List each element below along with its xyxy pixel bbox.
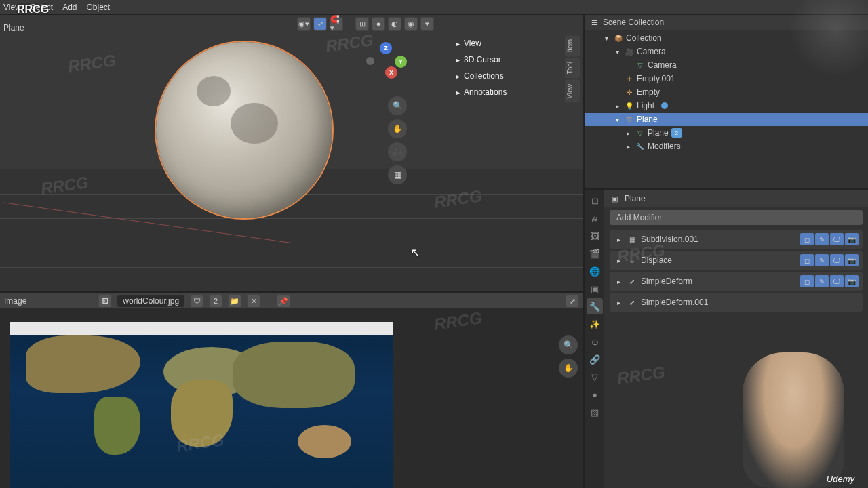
image-canvas[interactable]: 🔍 ✋ bbox=[0, 308, 583, 488]
modifier-row[interactable]: ▸▦Subdivision.001◻✎🖵📷 bbox=[610, 230, 863, 249]
tree-row[interactable]: ✛Empty bbox=[585, 85, 868, 99]
npanel-annotations[interactable]: Annotations bbox=[451, 84, 559, 100]
expand-icon[interactable] bbox=[612, 87, 622, 97]
moon-object[interactable] bbox=[156, 42, 332, 218]
shading-wire-icon[interactable]: ⊞ bbox=[355, 17, 369, 30]
mod-render-icon[interactable]: 📷 bbox=[845, 254, 859, 266]
nav-gizmo[interactable]: Z Y X bbox=[366, 42, 407, 83]
npanel-3dcursor[interactable]: 3D Cursor bbox=[451, 52, 559, 68]
expand-icon[interactable]: ▸ bbox=[614, 256, 623, 265]
new-image-icon[interactable]: 2 bbox=[209, 294, 222, 308]
tree-row[interactable]: ▾▽Plane bbox=[585, 113, 868, 126]
ptab-render-icon[interactable]: ⊡ bbox=[587, 192, 603, 209]
shading-matprev-icon[interactable]: ◐ bbox=[388, 17, 401, 30]
expand-icon[interactable]: ▾ bbox=[612, 47, 622, 56]
overlay-dropdown-icon[interactable]: ◉▾ bbox=[297, 17, 311, 30]
tree-row[interactable]: ▸🔧Modifiers bbox=[585, 140, 868, 153]
tree-row[interactable]: ▾📦Collection bbox=[585, 31, 868, 45]
ptab-object-icon[interactable]: ▣ bbox=[587, 281, 603, 297]
mod-edit-icon[interactable]: ✎ bbox=[815, 275, 829, 287]
object-icon: ▣ bbox=[610, 194, 619, 203]
modifier-row[interactable]: ▸⟐Displace◻✎🖵📷 bbox=[610, 251, 863, 270]
mod-cage-icon[interactable]: ◻ bbox=[800, 254, 814, 266]
tab-tool[interactable]: Tool bbox=[565, 58, 580, 78]
tab-view[interactable]: View bbox=[565, 80, 580, 103]
mod-render-icon[interactable]: 📷 bbox=[845, 275, 859, 287]
expand-icon[interactable]: ▾ bbox=[612, 115, 622, 124]
pan-icon[interactable]: ✋ bbox=[388, 119, 407, 138]
shading-solid-icon[interactable]: ● bbox=[372, 17, 385, 30]
image-gizmo-icon[interactable]: ⤢ bbox=[566, 294, 579, 308]
unlink-icon[interactable]: ✕ bbox=[247, 294, 260, 308]
ptab-output-icon[interactable]: 🖨 bbox=[587, 210, 603, 226]
shading-dropdown-icon[interactable]: ▾ bbox=[420, 17, 434, 30]
ptab-scene-icon[interactable]: 🎬 bbox=[587, 245, 603, 262]
expand-icon[interactable]: ▸ bbox=[623, 128, 633, 138]
viewport-header-icons: ◉▾ ⤢ 🧲▾ ⊞ ● ◐ ◉ ▾ bbox=[297, 17, 434, 30]
axis-x-icon[interactable]: X bbox=[385, 66, 397, 79]
select-mode-icon[interactable]: ⤢ bbox=[313, 17, 327, 30]
object-type-icon: ▽ bbox=[635, 60, 645, 70]
tree-row[interactable]: ▾🎥Camera bbox=[585, 45, 868, 58]
axis-neg-icon[interactable] bbox=[366, 57, 374, 65]
pin-icon[interactable]: 📌 bbox=[277, 294, 290, 308]
object-type-icon: ▽ bbox=[625, 115, 634, 124]
axis-y-icon[interactable]: Y bbox=[395, 56, 407, 68]
ptab-world-icon[interactable]: 🌐 bbox=[587, 263, 603, 279]
ptab-material-icon[interactable]: ● bbox=[587, 386, 603, 403]
ptab-constraint-icon[interactable]: 🔗 bbox=[587, 351, 603, 367]
ptab-viewlayer-icon[interactable]: 🖼 bbox=[587, 228, 603, 244]
mod-edit-icon[interactable]: ✎ bbox=[815, 254, 829, 266]
mod-cage-icon[interactable]: ◻ bbox=[800, 233, 814, 245]
expand-icon[interactable] bbox=[623, 60, 633, 70]
expand-icon[interactable]: ▸ bbox=[614, 298, 623, 307]
zoom-icon[interactable]: 🔍 bbox=[388, 96, 407, 115]
npanel-collections[interactable]: Collections bbox=[451, 68, 559, 84]
menu-add[interactable]: Add bbox=[62, 3, 77, 12]
tree-row[interactable]: ▸💡Light bbox=[585, 99, 868, 113]
mod-render-icon[interactable]: 📷 bbox=[845, 233, 859, 245]
tab-item[interactable]: Item bbox=[565, 35, 580, 56]
object-type-icon: 🔧 bbox=[635, 142, 645, 151]
tree-row[interactable]: ✛Empty.001 bbox=[585, 72, 868, 85]
modifier-row[interactable]: ▸⤢SimpleDeform◻✎🖵📷 bbox=[610, 272, 863, 291]
camera-view-icon[interactable]: 🎥 bbox=[388, 142, 407, 161]
expand-icon[interactable]: ▸ bbox=[614, 277, 623, 286]
fake-user-icon[interactable]: 🛡 bbox=[190, 294, 203, 308]
mod-realtime-icon[interactable]: 🖵 bbox=[830, 275, 844, 287]
mod-cage-icon[interactable]: ◻ bbox=[800, 275, 814, 287]
expand-icon[interactable]: ▸ bbox=[612, 101, 622, 110]
img-pan-icon[interactable]: ✋ bbox=[559, 359, 578, 378]
outliner-editor-icon[interactable]: ☰ bbox=[589, 18, 599, 27]
npanel-view[interactable]: View bbox=[451, 35, 559, 52]
perspective-icon[interactable]: ▦ bbox=[388, 165, 407, 184]
expand-icon[interactable] bbox=[612, 74, 622, 83]
image-browse-icon[interactable]: 🖼 bbox=[98, 294, 112, 308]
tree-label: Modifiers bbox=[648, 142, 681, 151]
tree-row[interactable]: ▽Camera bbox=[585, 58, 868, 72]
ptab-particles-icon[interactable]: ✨ bbox=[587, 316, 603, 332]
modifier-row[interactable]: ▸⤢SimpleDeform.001 bbox=[610, 293, 863, 312]
mod-edit-icon[interactable]: ✎ bbox=[815, 233, 829, 245]
ptab-modifier-icon[interactable]: 🔧 bbox=[587, 298, 603, 314]
mod-realtime-icon[interactable]: 🖵 bbox=[830, 254, 844, 266]
image-selector[interactable]: worldColour.jpg bbox=[117, 295, 184, 307]
3d-viewport[interactable]: Plane ◉▾ ⤢ 🧲▾ ⊞ ● ◐ ◉ ▾ Z Y X bbox=[0, 15, 583, 291]
open-image-icon[interactable]: 📁 bbox=[228, 294, 241, 308]
axis-z-icon[interactable]: Z bbox=[380, 42, 392, 54]
modifier-name: SimpleDeform bbox=[641, 277, 796, 286]
mod-realtime-icon[interactable]: 🖵 bbox=[830, 233, 844, 245]
img-zoom-icon[interactable]: 🔍 bbox=[559, 336, 578, 354]
snap-icon[interactable]: 🧲▾ bbox=[330, 17, 343, 30]
object-type-icon: 🎥 bbox=[625, 47, 634, 56]
ptab-texture-icon[interactable]: ▨ bbox=[587, 404, 603, 420]
expand-icon[interactable]: ▸ bbox=[623, 142, 633, 151]
add-modifier-button[interactable]: Add Modifier bbox=[610, 210, 863, 225]
expand-icon[interactable]: ▾ bbox=[601, 33, 611, 43]
shading-render-icon[interactable]: ◉ bbox=[404, 17, 418, 30]
expand-icon[interactable]: ▸ bbox=[614, 235, 623, 244]
ptab-data-icon[interactable]: ▽ bbox=[587, 369, 603, 385]
tree-row[interactable]: ▸▽Plane2 bbox=[585, 126, 868, 140]
menu-object[interactable]: Object bbox=[87, 3, 111, 12]
ptab-physics-icon[interactable]: ⊙ bbox=[587, 333, 603, 350]
